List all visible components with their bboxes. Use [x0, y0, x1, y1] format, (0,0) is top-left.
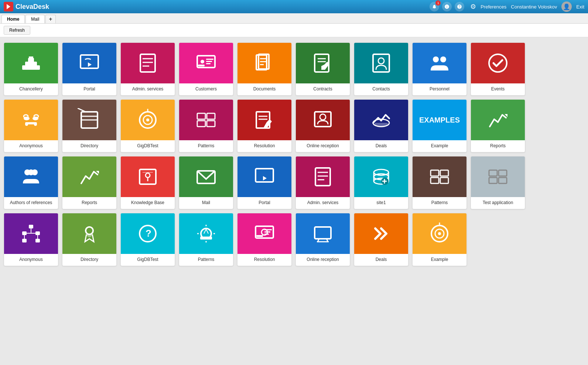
tile-gigdbtest-2[interactable]: ? GigDBTest	[120, 213, 175, 266]
resolution-2-label: Resolution	[237, 254, 291, 266]
svg-point-110	[438, 232, 441, 235]
tile-reports-2[interactable]: Reports	[62, 156, 117, 209]
refresh-button[interactable]: Refresh	[4, 26, 30, 35]
tile-contracts[interactable]: Contracts	[295, 42, 350, 96]
tile-documents[interactable]: Documents	[237, 42, 292, 96]
tile-example[interactable]: EXAMPLES Example	[412, 99, 467, 152]
deals-2-label: Deals	[354, 254, 408, 266]
svg-rect-6	[140, 54, 155, 72]
app-grid-row-3: Authors of references Reports Knowledge …	[4, 156, 584, 209]
preferences-link[interactable]: Preferences	[481, 4, 506, 10]
patterns-icon	[179, 100, 233, 140]
anonymous-label: Anonymous	[4, 140, 58, 152]
tile-patterns-3[interactable]: Patterns	[179, 213, 233, 266]
notification-badge: 1	[435, 0, 441, 6]
avatar[interactable]: 👤	[561, 1, 572, 12]
deals-2-icon	[354, 213, 408, 254]
tile-directory[interactable]: Directory	[62, 99, 117, 152]
svg-rect-64	[256, 169, 273, 182]
tile-online-reception[interactable]: Online reception	[295, 99, 350, 152]
svg-point-57	[28, 169, 34, 175]
tile-knowledge-base[interactable]: Knowledge Base	[120, 156, 175, 209]
settings-icon[interactable]: ⚙	[470, 3, 476, 11]
svg-rect-82	[499, 178, 507, 183]
tile-anonymous-2[interactable]: Anonymous	[4, 213, 58, 266]
svg-rect-14	[206, 61, 212, 62]
info-button[interactable]	[442, 2, 452, 11]
documents-icon	[237, 43, 291, 83]
tile-admin-services[interactable]: Admin. services	[120, 42, 175, 96]
svg-point-93	[86, 227, 93, 234]
tile-reports[interactable]: Reports	[471, 99, 525, 152]
tile-mail[interactable]: Mail	[179, 156, 233, 209]
tile-online-reception-2[interactable]: Online reception	[295, 213, 350, 266]
tile-personnel[interactable]: Personnel	[412, 42, 467, 96]
tile-site1[interactable]: site1	[354, 156, 408, 209]
svg-rect-104	[264, 231, 270, 233]
patterns-2-icon	[413, 156, 466, 197]
tile-deals-2[interactable]: Deals	[354, 213, 408, 266]
example-label: Example	[413, 140, 466, 152]
patterns-2-label: Patterns	[413, 197, 466, 209]
directory-2-icon	[62, 213, 116, 254]
svg-rect-46	[207, 113, 215, 119]
exit-link[interactable]: Exit	[576, 4, 584, 10]
contacts-icon	[354, 43, 408, 83]
directory-2-label: Directory	[62, 254, 116, 266]
svg-rect-77	[440, 170, 448, 176]
tile-test-application[interactable]: Test application	[471, 156, 525, 209]
tile-events[interactable]: Events	[471, 42, 525, 96]
tile-authors-references[interactable]: Authors of references	[4, 156, 58, 209]
tile-patterns[interactable]: Patterns	[179, 99, 233, 152]
tile-portal[interactable]: Portal	[62, 42, 117, 96]
tile-chancellery[interactable]: Chancellery	[4, 42, 58, 96]
svg-point-25	[378, 58, 384, 64]
example-2-icon	[413, 213, 466, 254]
chancellery-icon	[4, 43, 58, 83]
tile-resolution-2[interactable]: Resolution	[237, 213, 292, 266]
svg-rect-65	[315, 168, 330, 186]
tile-directory-2[interactable]: Directory	[62, 213, 117, 266]
svg-rect-5	[81, 55, 98, 68]
svg-text:?: ?	[146, 228, 151, 239]
tile-gigdbtest[interactable]: GigDBTest	[120, 99, 175, 152]
directory-label: Directory	[62, 140, 116, 152]
tab-mail[interactable]: Mail	[25, 15, 45, 23]
gigdbtest-icon	[121, 100, 175, 140]
tab-add-button[interactable]: +	[45, 15, 55, 23]
online-reception-2-label: Online reception	[296, 254, 350, 266]
tile-example-2[interactable]: Example	[412, 213, 467, 266]
notification-button[interactable]: 1	[430, 2, 439, 11]
resolution-label: Resolution	[237, 140, 291, 152]
online-reception-icon	[296, 100, 350, 140]
site1-label: site1	[354, 197, 408, 209]
app-logo[interactable]: ClevaDesk	[4, 2, 49, 11]
test-icon	[471, 156, 525, 197]
app-name: ClevaDesk	[16, 3, 49, 11]
header-icons: 1	[430, 2, 464, 11]
contracts-icon	[296, 43, 350, 83]
tab-home[interactable]: Home	[1, 15, 25, 23]
tile-portal-2[interactable]: Portal	[237, 156, 292, 209]
svg-point-42	[146, 118, 149, 121]
deals-label: Deals	[354, 140, 408, 152]
svg-rect-59	[140, 169, 156, 184]
help-button[interactable]	[455, 2, 464, 11]
tile-admin-services-2[interactable]: Admin. services	[295, 156, 350, 209]
svg-point-11	[201, 60, 204, 63]
reports-2-icon	[62, 156, 116, 197]
svg-rect-76	[431, 178, 439, 183]
admin-services-2-label: Admin. services	[296, 197, 350, 209]
tile-deals[interactable]: Deals	[354, 99, 408, 152]
tile-contacts[interactable]: Contacts	[354, 42, 408, 96]
svg-rect-99	[200, 237, 212, 240]
mail-icon	[179, 156, 233, 197]
resolution-2-icon	[237, 213, 291, 254]
svg-point-31	[24, 115, 28, 118]
resolution-icon	[237, 100, 291, 140]
tile-resolution[interactable]: Resolution	[237, 99, 292, 152]
tile-customers[interactable]: Customers	[179, 42, 233, 96]
tile-patterns-2[interactable]: Patterns	[412, 156, 467, 209]
svg-rect-106	[315, 227, 331, 239]
tile-anonymous[interactable]: Anonymous	[4, 99, 58, 152]
